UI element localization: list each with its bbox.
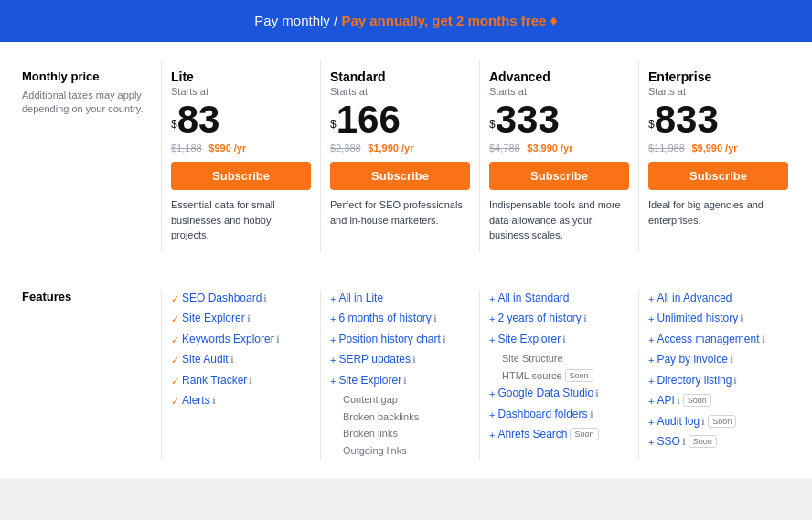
info-icon[interactable]: ℹ — [677, 396, 680, 406]
sub-feature: HTML sourceSoon — [489, 368, 629, 384]
starts-at-lite: Starts at — [171, 86, 311, 97]
feature-item: + APIℹSoon — [648, 392, 788, 409]
feature-item: + Directory listingℹ — [648, 372, 788, 389]
feature-text: All in Advanced — [657, 290, 732, 306]
info-icon[interactable]: ℹ — [263, 293, 267, 303]
feature-text: Site Auditℹ — [182, 351, 234, 367]
feature-col-lite: ✓ SEO Dashboardℹ ✓ Site Explorerℹ ✓ Keyw… — [161, 290, 320, 461]
info-icon[interactable]: ℹ — [733, 376, 737, 386]
plan-name-advanced: Advanced — [489, 69, 629, 84]
feature-item: ✓ Rank Trackerℹ — [171, 372, 311, 389]
features-grid: Features ✓ SEO Dashboardℹ ✓ Site Explore… — [15, 290, 797, 461]
info-icon[interactable]: ℹ — [212, 396, 216, 406]
features-label: Features — [15, 290, 161, 461]
plus-icon: + — [489, 408, 495, 423]
info-icon[interactable]: ℹ — [249, 376, 252, 386]
starts-at-standard: Starts at — [330, 86, 470, 97]
feature-text: Pay by invoiceℹ — [657, 351, 732, 367]
feature-text: Alertsℹ — [182, 392, 216, 409]
price-row-advanced: $4,788 $3,990 /yr — [489, 141, 629, 154]
plus-icon: + — [489, 333, 495, 348]
pricing-grid: Monthly price Additional taxes may apply… — [15, 60, 797, 271]
monthly-price-label: Monthly price — [22, 69, 154, 83]
info-icon[interactable]: ℹ — [412, 355, 416, 365]
feature-item: ✓ Site Explorerℹ — [171, 310, 311, 327]
feature-item: + Access managementℹ — [648, 331, 788, 348]
info-icon[interactable]: ℹ — [403, 376, 407, 386]
plus-icon: + — [330, 292, 336, 307]
plan-name-lite: Lite — [171, 69, 311, 84]
tax-note: Additional taxes may apply depending on … — [22, 89, 154, 117]
feature-text: Google Data Studioℹ — [497, 385, 599, 401]
plus-icon: + — [648, 415, 654, 430]
feature-text: Audit logℹSoon — [657, 413, 736, 430]
plus-icon: + — [648, 292, 654, 307]
main-card: Monthly price Additional taxes may apply… — [0, 42, 812, 478]
sub-feature: Broken backlinks — [330, 409, 470, 425]
info-icon[interactable]: ℹ — [762, 334, 765, 345]
pay-annually-link[interactable]: Pay annually, get 2 months free — [341, 13, 546, 28]
info-icon[interactable]: ℹ — [562, 334, 566, 345]
subscribe-btn-lite[interactable]: Subscribe — [171, 162, 311, 190]
plus-icon: + — [489, 387, 495, 402]
subscribe-btn-enterprise[interactable]: Subscribe — [648, 162, 788, 190]
plus-icon: + — [489, 312, 495, 327]
feature-text: All in Standard — [497, 290, 569, 306]
info-icon[interactable]: ℹ — [701, 417, 705, 427]
features-section: Features ✓ SEO Dashboardℹ ✓ Site Explore… — [15, 271, 797, 461]
plus-icon: + — [648, 394, 654, 409]
feature-item: ✓ SEO Dashboardℹ — [171, 290, 311, 307]
feature-col-standard: + All in Lite + 6 months of historyℹ + P… — [320, 290, 479, 461]
info-icon[interactable]: ℹ — [740, 313, 743, 324]
feature-text: Position history chartℹ — [338, 331, 445, 347]
check-icon: ✓ — [171, 394, 179, 409]
check-icon: ✓ — [171, 333, 179, 348]
feature-text: Site Explorerℹ — [182, 310, 251, 326]
plan-name-enterprise: Enterprise — [648, 69, 788, 84]
price-row-enterprise: $11,988 $9,990 /yr — [648, 141, 788, 154]
check-icon: ✓ — [171, 353, 179, 368]
plus-icon: + — [330, 374, 336, 389]
sub-feature: Content gap — [330, 392, 470, 408]
feature-text: SEO Dashboardℹ — [182, 290, 267, 306]
feature-text: Directory listingℹ — [657, 372, 737, 388]
check-icon: ✓ — [171, 312, 179, 327]
feature-col-enterprise: + All in Advanced + Unlimited historyℹ +… — [638, 290, 797, 461]
info-icon[interactable]: ℹ — [590, 409, 593, 419]
info-icon[interactable]: ℹ — [583, 313, 587, 324]
info-icon[interactable]: ℹ — [595, 388, 599, 398]
plan-col-enterprise: Enterprise Starts at $833 $11,988 $9,990… — [638, 60, 797, 252]
subscribe-btn-standard[interactable]: Subscribe — [330, 162, 470, 190]
info-icon[interactable]: ℹ — [433, 313, 437, 324]
starts-at-advanced: Starts at — [489, 86, 629, 97]
feature-item: + Dashboard foldersℹ — [489, 406, 629, 423]
feature-item: + Position history chartℹ — [330, 331, 470, 348]
plus-icon: + — [648, 374, 654, 389]
info-icon[interactable]: ℹ — [276, 334, 280, 345]
diamond-icon: ♦ — [550, 13, 558, 28]
info-icon[interactable]: ℹ — [730, 355, 733, 365]
subscribe-btn-advanced[interactable]: Subscribe — [489, 162, 629, 190]
info-icon[interactable]: ℹ — [230, 355, 234, 365]
sub-feature: Outgoing links — [330, 443, 470, 459]
price-row-lite: $1,188 $990 /yr — [171, 141, 311, 154]
feature-item: + SERP updatesℹ — [330, 351, 470, 368]
feature-item: + Audit logℹSoon — [648, 413, 788, 430]
plus-icon: + — [330, 312, 336, 327]
feature-text: All in Lite — [338, 290, 383, 306]
plus-icon: + — [489, 292, 495, 307]
feature-item: + Pay by invoiceℹ — [648, 351, 788, 368]
feature-item: + All in Standard — [489, 290, 629, 307]
plan-col-advanced: Advanced Starts at $333 $4,788 $3,990 /y… — [479, 60, 638, 252]
info-icon[interactable]: ℹ — [682, 437, 686, 447]
info-icon[interactable]: ℹ — [443, 334, 446, 345]
feature-item: + All in Lite — [330, 290, 470, 307]
plus-icon: + — [648, 435, 654, 451]
feature-text: Site Explorerℹ — [497, 331, 566, 347]
starts-at-enterprise: Starts at — [648, 86, 788, 97]
feature-text: Ahrefs SearchSoon — [497, 426, 598, 442]
feature-item: + 2 years of historyℹ — [489, 310, 629, 327]
info-icon[interactable]: ℹ — [247, 313, 251, 324]
feature-text: Dashboard foldersℹ — [497, 406, 593, 422]
feature-text: 2 years of historyℹ — [497, 310, 586, 326]
